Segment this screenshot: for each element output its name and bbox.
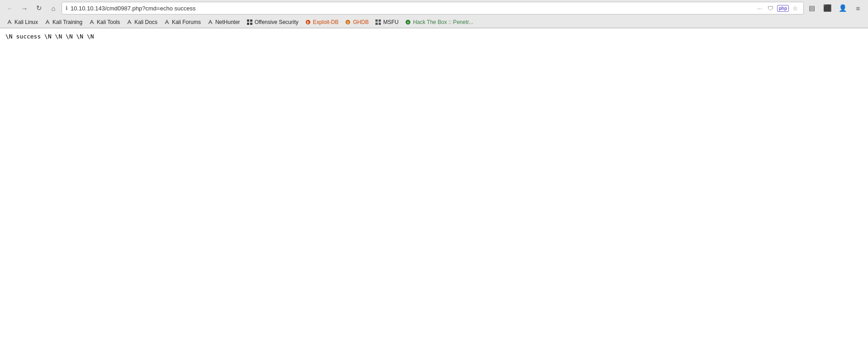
svg-rect-0 (247, 19, 249, 22)
msfu-label: MSFU (383, 19, 398, 25)
kali-tools-favicon (89, 19, 95, 25)
lock-icon: ℹ (66, 5, 68, 11)
bookmarks-bar: Kali Linux Kali Training Kali Tools Kali… (0, 16, 868, 28)
home-button[interactable]: ⌂ (47, 2, 60, 14)
address-bar: ℹ ··· 🛡 php ☆ (62, 2, 804, 14)
bookmark-kali-training[interactable]: Kali Training (42, 18, 85, 26)
kali-docs-label: Kali Docs (134, 19, 157, 25)
bookmark-msfu[interactable]: MSFU (372, 18, 401, 26)
bookmark-kali-linux[interactable]: Kali Linux (4, 18, 41, 26)
bookmark-exploit-db[interactable]: E Exploit-DB (302, 18, 342, 26)
msfu-favicon (375, 19, 381, 25)
browser-chrome: ← → ↻ ⌂ ℹ ··· 🛡 php ☆ ▤ ⬛ 👤 ≡ Kali Linux (0, 0, 868, 28)
bookmark-kali-tools[interactable]: Kali Tools (86, 18, 123, 26)
bookmark-nethunter[interactable]: NetHunter (204, 18, 243, 26)
kali-tools-label: Kali Tools (97, 19, 120, 25)
kali-linux-label: Kali Linux (14, 19, 38, 25)
offensive-security-label: Offensive Security (255, 19, 299, 25)
back-button[interactable]: ← (4, 2, 16, 14)
kali-forums-favicon (164, 19, 170, 25)
offensive-security-favicon (247, 19, 253, 25)
address-bar-actions: ··· 🛡 php ☆ (755, 4, 800, 13)
reload-button[interactable]: ↻ (33, 2, 45, 14)
svg-text:E: E (307, 20, 309, 24)
svg-rect-1 (250, 19, 252, 22)
hackthebox-favicon: H (405, 19, 411, 25)
ghdb-favicon: G (345, 19, 351, 25)
svg-rect-8 (375, 19, 378, 22)
svg-rect-10 (375, 23, 378, 25)
sidebar-button[interactable]: ⬛ (821, 2, 834, 14)
svg-text:H: H (407, 21, 409, 24)
nethunter-label: NetHunter (215, 19, 240, 25)
svg-rect-3 (250, 23, 252, 25)
php-badge: php (777, 5, 789, 12)
forward-button[interactable]: → (18, 2, 31, 14)
url-input[interactable] (71, 5, 753, 12)
kali-docs-favicon (126, 19, 133, 25)
svg-rect-9 (379, 19, 381, 22)
bookmark-offensive-security[interactable]: Offensive Security (244, 18, 301, 26)
kali-linux-favicon (6, 19, 13, 25)
shelves-button[interactable]: ▤ (806, 2, 818, 14)
browser-right-icons: ▤ ⬛ 👤 ≡ (806, 2, 864, 14)
hackthebox-label: Hack The Box :: Penetr... (413, 19, 473, 25)
svg-rect-2 (247, 23, 249, 25)
nethunter-favicon (207, 19, 213, 25)
profile-button[interactable]: 👤 (836, 2, 849, 14)
page-text: \N success \N \N \N \N \N (5, 33, 94, 40)
kali-training-favicon (44, 19, 51, 25)
bookmark-kali-forums[interactable]: Kali Forums (161, 18, 204, 26)
menu-button[interactable]: ≡ (852, 2, 864, 14)
bookmark-ghdb[interactable]: G GHDB (342, 18, 371, 26)
svg-rect-11 (379, 23, 381, 25)
nav-bar: ← → ↻ ⌂ ℹ ··· 🛡 php ☆ ▤ ⬛ 👤 ≡ (0, 0, 868, 16)
bookmark-kali-docs[interactable]: Kali Docs (123, 18, 160, 26)
exploit-db-favicon: E (305, 19, 311, 25)
more-button[interactable]: ··· (755, 4, 764, 13)
exploit-db-label: Exploit-DB (313, 19, 339, 25)
shield-button[interactable]: 🛡 (766, 4, 775, 13)
kali-forums-label: Kali Forums (172, 19, 201, 25)
bookmark-hackthebox[interactable]: H Hack The Box :: Penetr... (402, 18, 476, 26)
page-content: \N success \N \N \N \N \N (0, 28, 868, 360)
ghdb-label: GHDB (353, 19, 369, 25)
svg-text:G: G (347, 21, 350, 24)
star-button[interactable]: ☆ (791, 4, 800, 13)
kali-training-label: Kali Training (52, 19, 82, 25)
